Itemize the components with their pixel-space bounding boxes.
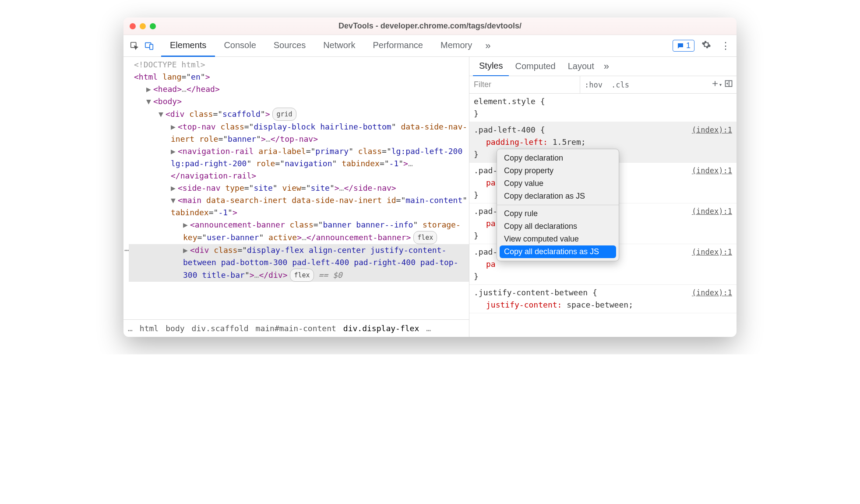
dom-node[interactable]: ▼<div class="scaffold">grid: [129, 108, 469, 121]
dom-node[interactable]: ▶<top-nav class="display-block hairline-…: [129, 121, 469, 145]
main-toolbar: ElementsConsoleSourcesNetworkPerformance…: [123, 35, 737, 57]
panel-tabs: ElementsConsoleSourcesNetworkPerformance…: [161, 35, 481, 57]
source-link[interactable]: (index):1: [692, 246, 732, 258]
elements-panel: <!DOCTYPE html><html lang="en">▶<head>…<…: [123, 57, 469, 337]
source-link[interactable]: (index):1: [692, 124, 732, 136]
source-link[interactable]: (index):1: [692, 164, 732, 177]
dom-node[interactable]: ⋯▶<div class="display-flex align-center …: [129, 244, 469, 282]
context-menu-item[interactable]: Copy declaration as JS: [497, 190, 619, 203]
styles-filter-input[interactable]: [469, 76, 580, 93]
context-menu-item[interactable]: Copy all declarations as JS: [500, 245, 616, 258]
close-window-button[interactable]: [130, 23, 136, 29]
breadcrumb-item[interactable]: div.display-flex: [343, 324, 419, 333]
dom-node[interactable]: ▼<main data-search-inert data-side-nav-i…: [129, 194, 469, 219]
window-titlebar: DevTools - developer.chrome.com/tags/dev…: [123, 18, 737, 35]
source-link[interactable]: (index):1: [692, 287, 732, 299]
issues-button[interactable]: 1: [673, 40, 694, 52]
dom-node[interactable]: ▼<body>: [129, 95, 469, 108]
styles-tabs: StylesComputedLayout»: [469, 57, 737, 76]
inspect-element-icon[interactable]: [127, 38, 142, 53]
window-title: DevTools - developer.chrome.com/tags/dev…: [123, 21, 737, 31]
styles-tabs-more[interactable]: »: [600, 61, 613, 72]
hover-toggle[interactable]: :hov: [580, 80, 607, 89]
tab-memory[interactable]: Memory: [432, 35, 481, 57]
context-menu-item[interactable]: View computed value: [497, 233, 619, 245]
settings-gear-icon[interactable]: [699, 40, 714, 52]
computed-pane-toggle-icon[interactable]: [724, 79, 733, 90]
source-link[interactable]: (index):1: [692, 205, 732, 217]
tab-sources[interactable]: Sources: [265, 35, 314, 57]
dom-node[interactable]: ▶<navigation-rail aria-label="primary" c…: [129, 145, 469, 182]
dom-node[interactable]: ▶<announcement-banner class="banner bann…: [129, 219, 469, 244]
styles-tab-layout[interactable]: Layout: [562, 57, 600, 76]
maximize-window-button[interactable]: [150, 23, 156, 29]
context-menu-item[interactable]: Copy all declarations: [497, 220, 619, 233]
dom-tree[interactable]: <!DOCTYPE html><html lang="en">▶<head>…<…: [123, 57, 469, 319]
breadcrumb-overflow-right[interactable]: …: [426, 324, 431, 333]
style-rule[interactable]: .justify-content-between {(index):1justi…: [469, 285, 737, 313]
dom-node[interactable]: ▶<side-nav type="site" view="site">…</si…: [129, 182, 469, 194]
style-rule[interactable]: element.style {}: [469, 94, 737, 122]
breadcrumb-item[interactable]: body: [166, 324, 184, 333]
styles-panel: StylesComputedLayout» :hov .cls ▾ elemen…: [469, 57, 737, 337]
tab-performance[interactable]: Performance: [364, 35, 432, 57]
breadcrumb-item[interactable]: main#main-content: [256, 324, 336, 333]
new-style-rule-icon[interactable]: ▾: [711, 79, 722, 90]
svg-rect-2: [150, 44, 153, 49]
dom-node[interactable]: <html lang="en">: [129, 71, 469, 83]
dom-node[interactable]: ▶<head>…</head>: [129, 83, 469, 95]
context-menu-item[interactable]: Copy rule: [497, 207, 619, 220]
more-menu-icon[interactable]: ⋮: [718, 40, 733, 52]
breadcrumb-item[interactable]: html: [140, 324, 159, 333]
tab-console[interactable]: Console: [215, 35, 264, 57]
minimize-window-button[interactable]: [140, 23, 146, 29]
styles-tab-styles[interactable]: Styles: [473, 57, 509, 77]
more-tabs-button[interactable]: »: [481, 40, 495, 52]
class-toggle[interactable]: .cls: [607, 80, 634, 89]
devtools-window: DevTools - developer.chrome.com/tags/dev…: [123, 18, 737, 337]
breadcrumb: … htmlbodydiv.scaffoldmain#main-contentd…: [123, 319, 469, 337]
tab-network[interactable]: Network: [314, 35, 364, 57]
breadcrumb-overflow-left[interactable]: …: [128, 324, 133, 333]
context-menu: Copy declarationCopy propertyCopy valueC…: [497, 149, 619, 261]
device-toggle-icon[interactable]: [142, 38, 157, 53]
tab-elements[interactable]: Elements: [161, 35, 215, 57]
traffic-lights: [130, 23, 156, 29]
context-menu-item[interactable]: Copy value: [497, 177, 619, 190]
main-area: <!DOCTYPE html><html lang="en">▶<head>…<…: [123, 57, 737, 337]
issues-count: 1: [686, 41, 691, 50]
styles-tab-computed[interactable]: Computed: [509, 57, 561, 76]
context-menu-item[interactable]: Copy property: [497, 164, 619, 177]
styles-filter-row: :hov .cls ▾: [469, 76, 737, 94]
dom-node[interactable]: <!DOCTYPE html>: [129, 59, 469, 71]
breadcrumb-item[interactable]: div.scaffold: [192, 324, 249, 333]
context-menu-item[interactable]: Copy declaration: [497, 152, 619, 164]
